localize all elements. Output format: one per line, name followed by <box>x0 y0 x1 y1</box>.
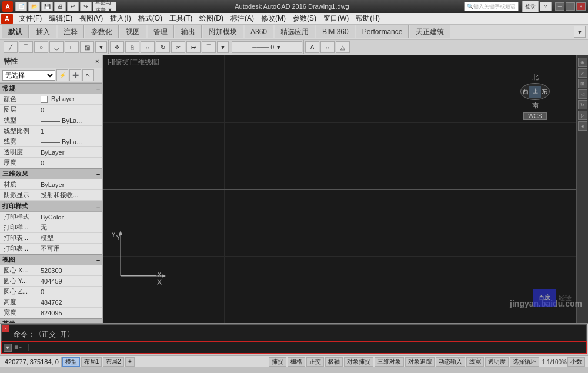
restore-button[interactable]: □ <box>566 2 575 11</box>
polar-mode-btn[interactable]: 极轴 <box>325 357 343 367</box>
open-button[interactable]: 📂 <box>28 2 40 11</box>
move-tool[interactable]: ✛ <box>110 41 124 53</box>
model-tab[interactable]: 模型 <box>62 357 80 367</box>
compass-west: 西 <box>523 88 529 96</box>
annotation-tool3[interactable]: △ <box>336 41 350 53</box>
tab-annotate[interactable]: 注释 <box>58 25 84 38</box>
circle-tool[interactable]: ○ <box>34 41 48 53</box>
tab-bim360[interactable]: BIM 360 <box>316 25 355 38</box>
grid-mode-btn[interactable]: 栅格 <box>288 357 305 367</box>
wcs-button[interactable]: WCS <box>523 112 547 120</box>
menu-window[interactable]: 窗口(W) <box>320 14 352 24</box>
zoom-window-tool[interactable]: ⊞ <box>578 79 587 88</box>
layer-row: 图层 0 <box>0 105 102 115</box>
visual-styles-tool[interactable]: ◈ <box>578 121 587 131</box>
dynin-mode-btn[interactable]: 动态输入 <box>436 357 465 367</box>
view-tools-sidebar: ⊕ ⤢ ⊞ ◁ ↻ ▷ ◈ <box>576 55 588 323</box>
pick-add-btn[interactable]: ➕ <box>69 69 81 81</box>
annotation-tool2[interactable]: ↔ <box>320 41 335 53</box>
object-selector[interactable]: 无选择 <box>2 70 55 81</box>
tab-parametric[interactable]: 参数化 <box>85 25 119 38</box>
zoom-previous-tool[interactable]: ◁ <box>578 89 587 99</box>
tab-addins[interactable]: 附加模块 <box>203 25 243 38</box>
command-prompt-icon[interactable]: ▼ <box>4 344 12 352</box>
tab-featured[interactable]: 精选应用 <box>275 25 315 38</box>
arc-tool[interactable]: ◡ <box>49 41 64 53</box>
svg-text:Y: Y <box>111 231 116 239</box>
command-close-btn[interactable]: × <box>2 325 9 332</box>
tab-output[interactable]: 输出 <box>175 25 202 38</box>
menu-tools[interactable]: 工具(T) <box>166 14 196 24</box>
extend-tool[interactable]: ↦ <box>186 41 201 53</box>
zoom-extents-tool[interactable]: ⤢ <box>578 68 587 78</box>
layout1-tab[interactable]: 布局1 <box>81 357 102 367</box>
tab-insert[interactable]: 插入 <box>30 25 56 38</box>
minimize-button[interactable]: ─ <box>555 2 564 11</box>
3dosnap-mode-btn[interactable]: 三维对象 <box>375 357 404 367</box>
selcycle-mode-btn[interactable]: 选择循环 <box>510 357 539 367</box>
tab-tianzheng[interactable]: 天正建筑 <box>410 25 450 38</box>
rotate-tool[interactable]: ↻ <box>156 41 170 53</box>
tab-performance[interactable]: Performance <box>356 25 409 38</box>
menu-params[interactable]: 参数(S) <box>289 14 320 24</box>
help-button[interactable]: ? <box>540 2 552 11</box>
scale-display: 1:1/100% <box>542 359 567 365</box>
fillet-tool[interactable]: ⌒ <box>202 41 216 53</box>
undo-button[interactable]: ↩ <box>67 2 79 11</box>
transparency-row: 透明度 ByLayer <box>0 147 102 158</box>
lweight-mode-btn[interactable]: 线宽 <box>466 357 484 367</box>
select-objects-btn[interactable]: ↖ <box>82 69 94 81</box>
tab-manage[interactable]: 管理 <box>148 25 174 38</box>
save-button[interactable]: 💾 <box>41 2 53 11</box>
polyline-tool[interactable]: ⌒ <box>19 41 33 53</box>
compass-center: 上 <box>529 86 541 98</box>
otrack-mode-btn[interactable]: 对象追踪 <box>405 357 435 367</box>
osnap-mode-btn[interactable]: 对象捕捉 <box>344 357 373 367</box>
line-tool[interactable]: ╱ <box>4 41 18 53</box>
3d-orbit-tool[interactable]: ↻ <box>578 100 587 109</box>
command-input[interactable] <box>14 344 584 352</box>
close-button[interactable]: × <box>576 2 586 11</box>
ortho-mode-btn[interactable]: 正交 <box>306 357 324 367</box>
small-display[interactable]: 小数 <box>567 357 585 367</box>
properties-close[interactable]: × <box>95 58 99 65</box>
snap-mode-btn[interactable]: 捕捉 <box>269 357 286 367</box>
more-draw-tools[interactable]: ▼ <box>95 41 107 53</box>
trim-tool[interactable]: ✂ <box>171 41 185 53</box>
menu-format[interactable]: 格式(O) <box>135 14 166 24</box>
drawing-canvas[interactable]: [-][俯视][二维线框] X Y X Y 北 西 <box>103 55 588 323</box>
menu-file[interactable]: 文件(F) <box>15 14 45 24</box>
menu-draw[interactable]: 绘图(D) <box>196 14 227 24</box>
menu-view[interactable]: 视图(V) <box>76 14 106 24</box>
redo-button[interactable]: ↪ <box>80 2 92 11</box>
copy-tool[interactable]: ⎘ <box>125 41 139 53</box>
rectangle-tool[interactable]: □ <box>65 41 79 53</box>
transp-mode-btn[interactable]: 透明度 <box>485 357 509 367</box>
workspace-selector[interactable]: 草图与注释 ▼ <box>93 2 116 11</box>
layer-dropdown[interactable]: ──── 0 ▼ <box>232 41 302 53</box>
quick-select-btn[interactable]: ⚡ <box>56 69 68 81</box>
login-button[interactable]: 登录 <box>522 1 539 12</box>
menu-edit[interactable]: 编辑(E) <box>45 14 76 24</box>
menu-insert[interactable]: 插入(I) <box>106 14 134 24</box>
add-layout-btn[interactable]: + <box>125 357 135 367</box>
hatch-tool[interactable]: ▨ <box>80 41 94 53</box>
new-button[interactable]: 📄 <box>15 2 27 11</box>
menu-modify[interactable]: 修改(M) <box>258 14 289 24</box>
more-modify-tools[interactable]: ▼ <box>217 41 229 53</box>
color-swatch <box>41 96 48 103</box>
menu-annotate[interactable]: 标注(A) <box>227 14 258 24</box>
menu-help[interactable]: 帮助(H) <box>352 14 383 24</box>
other-section-header: 其他 – <box>0 318 102 323</box>
stretch-tool[interactable]: ↔ <box>141 41 155 53</box>
tab-default[interactable]: 默认 <box>2 25 29 38</box>
tab-view[interactable]: 视图 <box>120 25 146 38</box>
command-input-row: ▼ <box>1 341 587 354</box>
pan-tool[interactable]: ⊕ <box>578 58 587 67</box>
annotation-tool1[interactable]: A <box>305 41 319 53</box>
print-button[interactable]: 🖨 <box>54 2 66 11</box>
show-motion-tool[interactable]: ▷ <box>578 111 587 120</box>
layout2-tab[interactable]: 布局2 <box>103 357 124 367</box>
tab-a360[interactable]: A360 <box>245 25 273 38</box>
tab-options[interactable]: ▼ <box>574 26 586 38</box>
